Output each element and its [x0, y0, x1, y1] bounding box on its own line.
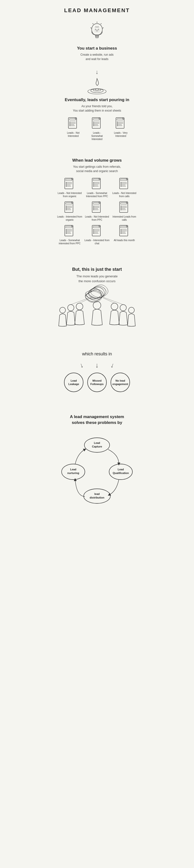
doc-icon-11 — [91, 225, 103, 238]
grid-label-7: Leads - Somewhat interested from PPC — [57, 239, 82, 245]
icon-label-3: Leads - Very Interested — [111, 131, 130, 137]
svg-rect-104 — [120, 203, 127, 204]
section-results: which results in ↓ ↓ ↓ Lead Leakage Miss… — [54, 351, 140, 392]
svg-point-139 — [120, 229, 121, 230]
svg-point-99 — [93, 206, 94, 207]
svg-point-32 — [70, 125, 70, 126]
result-missed-followups: Missed Followups — [87, 373, 107, 392]
svg-point-111 — [120, 208, 121, 209]
icon-somewhat-interested-ppc2: Leads - Somewhat interested from PPC — [57, 225, 82, 245]
arrow-left-diag: ↓ — [79, 361, 84, 370]
svg-line-152 — [101, 297, 114, 303]
svg-point-122 — [66, 233, 67, 234]
svg-point-143 — [60, 307, 66, 313]
bulb-icon — [87, 21, 107, 43]
svg-rect-94 — [93, 203, 100, 204]
lms-heading: A lead management systemsolves these pro… — [54, 414, 140, 426]
svg-point-145 — [76, 303, 83, 310]
doc-icon-1 — [68, 117, 79, 130]
svg-point-81 — [120, 185, 121, 185]
arrows-row: ↓ ↓ ↓ — [54, 362, 140, 369]
svg-rect-12 — [96, 37, 98, 38]
icon-interested-calls: Interested Leads from calls — [112, 201, 137, 221]
svg-point-69 — [93, 182, 94, 183]
svg-point-42 — [93, 125, 94, 126]
results-heading: which results in — [54, 351, 140, 356]
svg-point-59 — [66, 182, 67, 183]
svg-point-62 — [66, 186, 67, 187]
doc-icon-8 — [91, 201, 103, 214]
svg-point-72 — [93, 186, 94, 187]
grid-label-3: Leads - Not Interested from calls — [112, 191, 137, 198]
arrow-right-diag: ↓ — [110, 361, 115, 370]
svg-point-92 — [66, 210, 67, 210]
icon-interested-chat: Leads - Interested from chat — [84, 225, 110, 245]
grid-label-1: Leads - Not Interested from organic — [57, 191, 82, 198]
icon-not-interested-organic: Leads - Not Interested from organic — [57, 178, 82, 198]
svg-rect-11 — [95, 36, 99, 37]
section1-heading: You start a business — [54, 46, 140, 51]
svg-point-20 — [93, 89, 101, 91]
icon-item-very-interested: Leads - Very Interested — [111, 117, 130, 141]
svg-point-39 — [93, 122, 94, 123]
arrow-down-1: ↓ — [54, 68, 140, 75]
svg-text:Lead: Lead — [70, 468, 76, 471]
icon-label-2: Leads - Somewhat Interested — [87, 131, 107, 141]
section-leads-pouring: Eventually, leads start pouring in As yo… — [54, 77, 140, 141]
svg-line-2 — [96, 26, 97, 28]
arrow-center: ↓ — [95, 362, 99, 369]
svg-point-144 — [68, 305, 74, 311]
svg-point-147 — [111, 303, 118, 310]
svg-point-0 — [92, 24, 102, 35]
svg-point-89 — [66, 206, 67, 207]
grid-label-5: Leads - Not Interested from PPC — [84, 215, 110, 221]
svg-point-140 — [120, 231, 121, 231]
icon-all-leads: All leads this month — [112, 225, 137, 245]
svg-point-29 — [70, 122, 70, 123]
section-confusion: But, this is just the start The more lea… — [54, 267, 140, 332]
svg-rect-34 — [93, 119, 100, 120]
svg-point-51 — [117, 124, 118, 125]
svg-rect-24 — [69, 119, 76, 120]
svg-point-79 — [120, 182, 121, 183]
svg-point-40 — [93, 123, 94, 124]
icon-label-1: Leads - Not Interested — [64, 131, 83, 137]
svg-line-8 — [102, 28, 104, 28]
svg-point-31 — [70, 124, 70, 125]
section-business: You start a business Create a website, r… — [54, 21, 140, 61]
svg-text:Lead: Lead — [94, 441, 100, 444]
svg-rect-44 — [117, 119, 123, 120]
doc-icon-7 — [64, 201, 75, 214]
section-lms: A lead management systemsolves these pro… — [54, 414, 140, 506]
section3-icon-grid: Leads - Not Interested from organic Lea — [57, 178, 137, 245]
icon-not-interested-calls: Leads - Not Interested from calls — [112, 178, 137, 198]
icon-item-somewhat-interested: Leads - Somewhat Interested — [87, 117, 107, 141]
svg-point-21 — [91, 89, 103, 93]
svg-text:nurturing: nurturing — [68, 471, 79, 474]
svg-line-1 — [95, 26, 96, 28]
svg-rect-54 — [66, 179, 72, 181]
section4-subtitle: The more leads you generatethe more conf… — [54, 274, 140, 283]
svg-line-6 — [101, 23, 101, 24]
section2-icon-row: Leads - Not Interested Leads - Somewhat — [54, 117, 140, 141]
svg-point-100 — [93, 207, 94, 208]
svg-point-90 — [66, 207, 67, 208]
svg-point-80 — [120, 184, 121, 184]
svg-point-141 — [120, 232, 121, 232]
svg-point-149 — [128, 307, 134, 313]
svg-point-129 — [93, 229, 94, 230]
svg-text:Qualification: Qualification — [113, 471, 129, 474]
svg-line-153 — [102, 297, 123, 305]
doc-icon-10 — [64, 225, 75, 238]
confused-people-illustration — [56, 283, 138, 332]
svg-point-49 — [117, 122, 118, 123]
result-lead-leakage: Lead Leakage — [64, 373, 83, 392]
svg-line-7 — [93, 23, 93, 24]
page-title: LEAD MANAGEMENT — [54, 7, 140, 13]
svg-point-112 — [120, 210, 121, 210]
svg-point-130 — [93, 231, 94, 231]
svg-point-41 — [93, 124, 94, 125]
svg-point-102 — [93, 210, 94, 210]
doc-icon-5 — [91, 178, 103, 190]
svg-rect-74 — [120, 179, 127, 181]
